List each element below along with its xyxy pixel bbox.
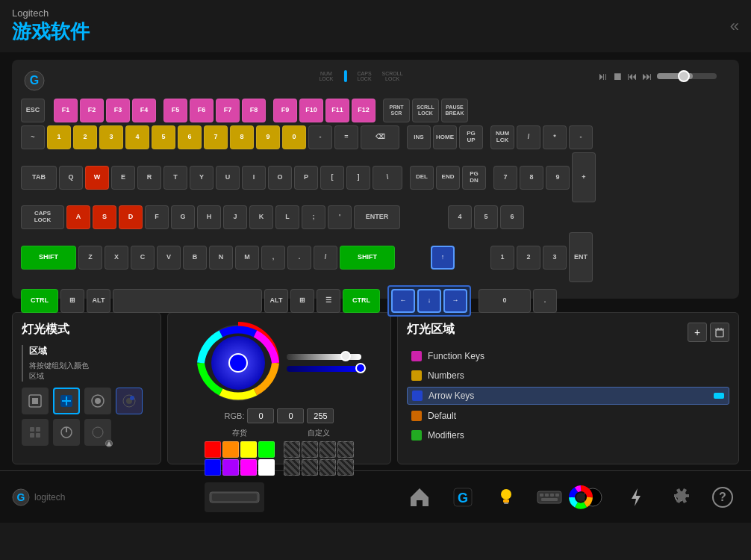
nav-color-wheel[interactable] — [576, 481, 609, 514]
key-numlock[interactable]: NUMLCK — [490, 125, 514, 149]
key-period[interactable]: . — [287, 246, 311, 270]
key-end[interactable]: END — [436, 166, 460, 190]
key-lwin[interactable]: ⊞ — [60, 289, 84, 313]
swatch-magenta[interactable] — [240, 459, 257, 476]
key-insert[interactable]: INS — [407, 125, 431, 149]
swatch-green[interactable] — [258, 441, 275, 458]
key-backspace[interactable]: ⌫ — [361, 125, 399, 149]
key-capslock[interactable]: CAPSLOCK — [21, 205, 64, 229]
color-thumb[interactable] — [355, 363, 366, 373]
key-f12[interactable]: F12 — [352, 99, 376, 122]
key-left[interactable]: ← — [391, 289, 415, 313]
key-slash[interactable]: / — [314, 246, 337, 270]
key-pgdn[interactable]: PGDN — [462, 166, 486, 190]
key-z[interactable]: Z — [78, 246, 102, 270]
key-pause[interactable]: PAUSEBREAK — [441, 99, 468, 122]
mode-active-icon[interactable] — [53, 388, 80, 414]
key-u[interactable]: U — [216, 166, 240, 190]
key-lbracket[interactable]: [ — [320, 166, 344, 190]
mode-icon-7[interactable] — [84, 419, 111, 446]
key-num4[interactable]: 4 — [448, 205, 472, 229]
play-pause-icon[interactable]: ⏯ — [597, 70, 608, 82]
key-q[interactable]: Q — [59, 166, 83, 190]
key-6[interactable]: 6 — [178, 125, 202, 149]
zone-item-function-keys[interactable]: Function Keys — [407, 348, 729, 364]
key-home[interactable]: HOME — [433, 125, 457, 149]
key-f[interactable]: F — [145, 205, 169, 229]
key-f10[interactable]: F10 — [299, 99, 323, 122]
custom-slot-3[interactable] — [320, 441, 336, 458]
swatch-white[interactable] — [258, 459, 275, 476]
rgb-r-input[interactable] — [247, 408, 274, 423]
key-num7[interactable]: 7 — [493, 166, 517, 190]
key-v[interactable]: V — [157, 246, 181, 270]
key-0[interactable]: 0 — [282, 125, 306, 149]
key-num3[interactable]: 3 — [543, 246, 567, 270]
key-d[interactable]: D — [119, 205, 143, 229]
key-n[interactable]: N — [209, 246, 233, 270]
key-num9[interactable]: 9 — [546, 166, 570, 190]
key-delete[interactable]: DEL — [410, 166, 434, 190]
key-f8[interactable]: F8 — [242, 99, 266, 122]
key-p[interactable]: P — [294, 166, 318, 190]
key-i[interactable]: I — [242, 166, 266, 190]
key-f11[interactable]: F11 — [325, 99, 349, 122]
swatch-orange[interactable] — [222, 441, 239, 458]
key-esc[interactable]: ESC — [21, 99, 45, 122]
key-f6[interactable]: F6 — [190, 99, 214, 122]
key-t[interactable]: T — [163, 166, 187, 190]
key-comma[interactable]: , — [261, 246, 285, 270]
swatch-red[interactable] — [205, 441, 221, 458]
mode-icon-4[interactable] — [116, 388, 143, 414]
volume-thumb[interactable] — [678, 70, 690, 82]
key-f2[interactable]: F2 — [80, 99, 104, 122]
key-9[interactable]: 9 — [256, 125, 280, 149]
key-prtsc[interactable]: PRNTSCR — [383, 99, 410, 122]
key-7[interactable]: 7 — [204, 125, 228, 149]
custom-slot-5[interactable] — [284, 459, 300, 476]
key-minus[interactable]: - — [308, 125, 332, 149]
key-scrlock[interactable]: SCRLLLOCK — [412, 99, 439, 122]
swatch-blue[interactable] — [205, 459, 221, 476]
key-2[interactable]: 2 — [73, 125, 97, 149]
key-lctrl[interactable]: CTRL — [21, 289, 58, 313]
key-lshift[interactable]: SHIFT — [21, 246, 76, 270]
key-pgup[interactable]: PGUP — [459, 125, 483, 149]
rgb-g-input[interactable] — [277, 408, 304, 423]
custom-slot-4[interactable] — [337, 441, 354, 458]
key-b[interactable]: B — [183, 246, 207, 270]
key-y[interactable]: Y — [190, 166, 214, 190]
key-1[interactable]: 1 — [47, 125, 71, 149]
key-4[interactable]: 4 — [125, 125, 149, 149]
key-numsub[interactable]: - — [569, 125, 593, 149]
key-a[interactable]: A — [66, 205, 90, 229]
swatch-purple[interactable] — [222, 459, 239, 476]
nav-home[interactable] — [403, 481, 436, 514]
custom-slot-6[interactable] — [302, 459, 318, 476]
key-down[interactable]: ↓ — [417, 289, 441, 313]
key-rctrl[interactable]: CTRL — [343, 289, 380, 313]
key-numdiv[interactable]: / — [517, 125, 540, 149]
key-8[interactable]: 8 — [230, 125, 254, 149]
nav-settings[interactable] — [663, 481, 696, 514]
custom-slot-2[interactable] — [302, 441, 318, 458]
key-c[interactable]: C — [131, 246, 155, 270]
key-equal[interactable]: = — [334, 125, 358, 149]
key-up[interactable]: ↑ — [431, 246, 455, 270]
key-e[interactable]: E — [111, 166, 135, 190]
key-num0[interactable]: 0 — [479, 289, 531, 313]
footer-device-thumbnail[interactable] — [205, 482, 264, 512]
mode-static-icon[interactable] — [22, 388, 49, 414]
key-enter[interactable]: ENTER — [354, 205, 400, 229]
key-f5[interactable]: F5 — [163, 99, 187, 122]
key-rshift[interactable]: SHIFT — [340, 246, 395, 270]
next-icon[interactable]: ⏭ — [642, 70, 652, 82]
nav-light-bulb[interactable] — [490, 481, 523, 514]
key-f7[interactable]: F7 — [216, 99, 240, 122]
key-numdel[interactable]: . — [533, 289, 557, 313]
key-nummul[interactable]: * — [543, 125, 567, 149]
key-f9[interactable]: F9 — [273, 99, 297, 122]
key-menu[interactable]: ☰ — [317, 289, 340, 313]
key-x[interactable]: X — [105, 246, 128, 270]
key-num6[interactable]: 6 — [500, 205, 524, 229]
